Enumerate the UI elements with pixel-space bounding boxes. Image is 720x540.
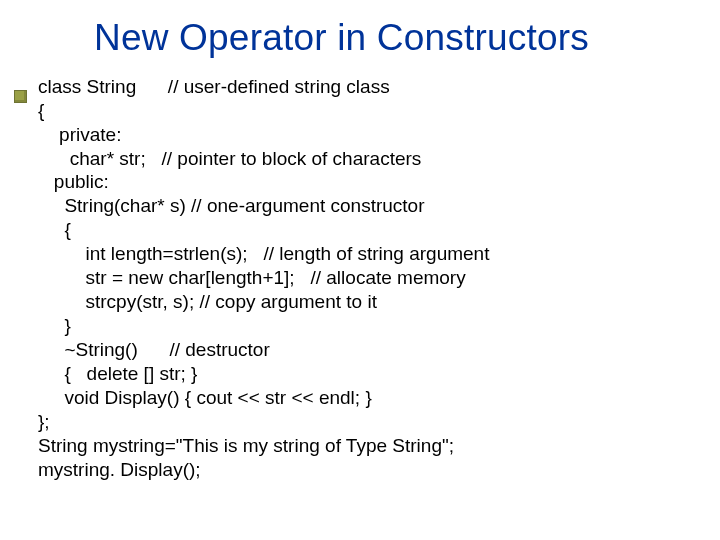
- code-line: void Display() { cout << str << endl; }: [38, 386, 700, 410]
- code-line: strcpy(str, s); // copy argument to it: [38, 290, 700, 314]
- code-line: };: [38, 410, 700, 434]
- code-line: {: [38, 218, 700, 242]
- code-line: }: [38, 314, 700, 338]
- code-line: public:: [38, 170, 700, 194]
- slide-title: New Operator in Constructors: [94, 18, 700, 59]
- code-line: mystring. Display();: [38, 458, 700, 482]
- code-line: int length=strlen(s); // length of strin…: [38, 242, 700, 266]
- code-line: { delete [] str; }: [38, 362, 700, 386]
- code-line: String mystring="This is my string of Ty…: [38, 434, 700, 458]
- code-line: class String // user-defined string clas…: [38, 75, 700, 99]
- code-line: str = new char[length+1]; // allocate me…: [38, 266, 700, 290]
- code-line: {: [38, 99, 700, 123]
- slide: New Operator in Constructors class Strin…: [0, 0, 720, 540]
- code-line: String(char* s) // one-argument construc…: [38, 194, 700, 218]
- code-block: class String // user-defined string clas…: [38, 75, 700, 482]
- code-line: ~String() // destructor: [38, 338, 700, 362]
- code-line: private:: [38, 123, 700, 147]
- code-line: char* str; // pointer to block of charac…: [38, 147, 700, 171]
- bullet-icon: [14, 90, 27, 103]
